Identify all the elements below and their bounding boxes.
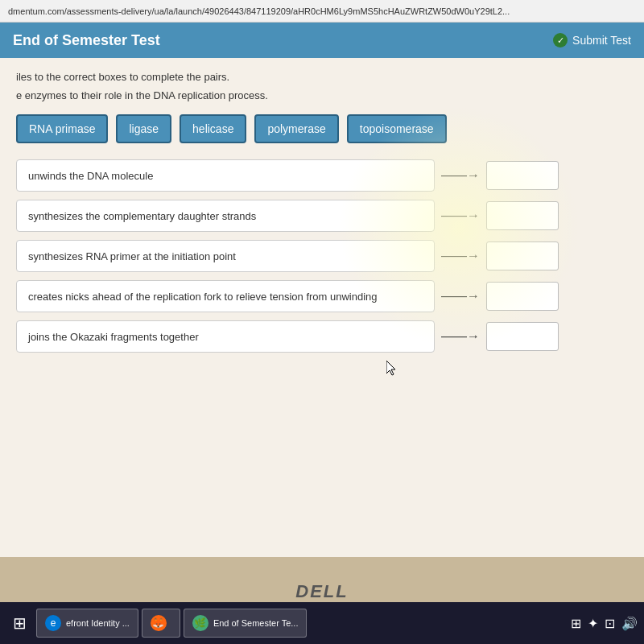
url-bar: dmentum.com/assessments-delivery/ua/la/l… (0, 0, 644, 23)
arrow-5: ——→ (441, 329, 480, 344)
match-row-1: unwinds the DNA molecule ——→ (16, 159, 628, 192)
match-rows: unwinds the DNA molecule ——→ synthesizes… (16, 159, 628, 353)
tile-rna-primase[interactable]: RNA primase (16, 114, 108, 143)
url-text: dmentum.com/assessments-delivery/ua/la/l… (8, 6, 510, 16)
dell-logo: DELL (295, 581, 348, 602)
volume-icon: 🔊 (621, 616, 638, 631)
match-description-3: synthesizes RNA primer at the initiation… (16, 240, 435, 272)
arrow-4: ——→ (441, 289, 480, 303)
match-description-2: synthesizes the complementary daughter s… (16, 200, 435, 232)
page-title: End of Semester Test (13, 32, 160, 49)
drop-box-5[interactable] (486, 322, 559, 351)
tile-polymerase[interactable]: polymerase (254, 114, 338, 143)
bluetooth-icon: ✦ (588, 616, 598, 631)
match-row-3: synthesizes RNA primer at the initiation… (16, 240, 628, 272)
arrow-1: ——→ (441, 168, 480, 183)
tile-ligase[interactable]: ligase (116, 114, 171, 143)
taskbar-semester-label: End of Semester Te... (213, 618, 299, 628)
arrow-3: ——→ (441, 249, 480, 263)
taskbar-edge-label: efront Identity ... (66, 618, 130, 628)
tile-helicase[interactable]: helicase (180, 114, 246, 143)
drop-box-2[interactable] (486, 201, 559, 230)
main-content: iles to the correct boxes to complete th… (0, 58, 644, 557)
instruction-line1: iles to the correct boxes to complete th… (16, 71, 628, 83)
match-description-5: joins the Okazaki fragments together (16, 320, 435, 353)
taskbar-item-firefox[interactable]: 🦊 (142, 609, 180, 638)
edge-icon: e (45, 615, 61, 631)
tiles-container: RNA primase ligase helicase polymerase t… (16, 114, 628, 143)
network-icon: ⊡ (605, 616, 615, 631)
submit-test-button[interactable]: ✓ Submit Test (553, 33, 631, 47)
firefox-icon: 🦊 (151, 615, 167, 631)
submit-label: Submit Test (572, 34, 631, 47)
match-description-4: creates nicks ahead of the replication f… (16, 280, 435, 312)
windows-icon: ⊞ (571, 616, 581, 631)
match-row-4: creates nicks ahead of the replication f… (16, 280, 628, 312)
check-icon: ✓ (553, 33, 568, 47)
drop-box-1[interactable] (486, 161, 559, 190)
match-description-1: unwinds the DNA molecule (16, 159, 435, 192)
drop-box-3[interactable] (486, 242, 559, 270)
start-button[interactable]: ⊞ (6, 610, 33, 636)
match-row-5: joins the Okazaki fragments together ——→ (16, 320, 628, 353)
drop-box-4[interactable] (486, 282, 559, 311)
instruction-line2: e enzymes to their role in the DNA repli… (16, 89, 628, 101)
taskbar: ⊞ e efront Identity ... 🦊 🌿 End of Semes… (0, 602, 644, 644)
semester-icon: 🌿 (192, 615, 208, 631)
header-bar: End of Semester Test ✓ Submit Test (0, 23, 644, 58)
taskbar-item-edge[interactable]: e efront Identity ... (36, 609, 138, 638)
taskbar-item-semester[interactable]: 🌿 End of Semester Te... (184, 609, 308, 638)
taskbar-right: ⊞ ✦ ⊡ 🔊 (571, 616, 638, 631)
match-row-2: synthesizes the complementary daughter s… (16, 200, 628, 232)
tile-topoisomerase[interactable]: topoisomerase (347, 114, 447, 143)
arrow-2: ——→ (441, 208, 480, 223)
